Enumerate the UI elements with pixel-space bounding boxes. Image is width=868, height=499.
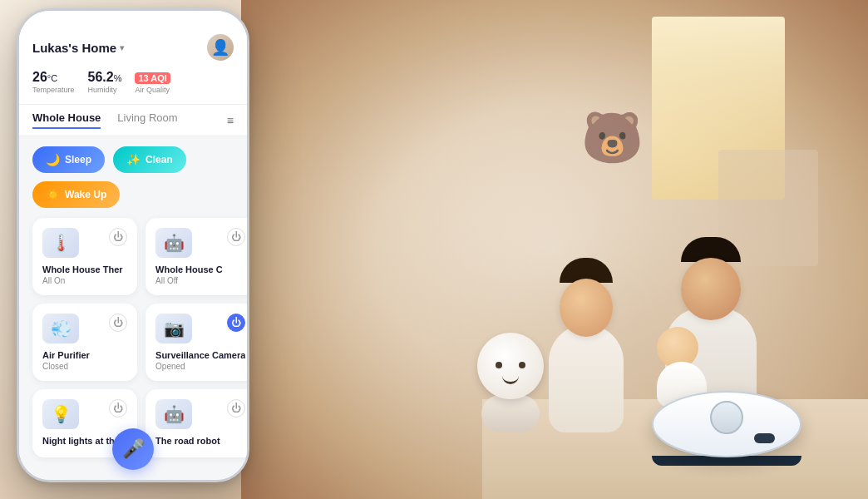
roadrobot-icon: 🤖 [155,399,192,429]
temperature-stat: 26°C Temperature [32,71,75,94]
scene-buttons-container: 🌙 Sleep ✨ Clean ☀️ Wake Up [19,136,247,218]
phone-mockup: Lukas's Home ▾ 👤 26°C Temperature [17,8,266,487]
camera-power-button[interactable]: ⏻ [227,314,245,332]
purifier-icon: 💨 [42,314,79,343]
mic-button-container: 🎤 [112,428,154,470]
humidity-label: Humidity [88,86,122,94]
toy-smile [502,376,519,384]
thermostat-icon: 🌡️ [42,228,79,258]
mic-icon: 🎤 [122,438,145,460]
cleaner-power-button[interactable]: ⏻ [227,228,245,246]
home-title[interactable]: Lukas's Home ▾ [32,41,124,55]
user-avatar[interactable]: 👤 [207,34,234,61]
menu-icon[interactable]: ≡ [227,114,234,127]
dad-head [681,258,741,320]
mom-figure [549,258,624,432]
humidity-stat: 56.2% Humidity [88,71,122,94]
device-card-purifier[interactable]: 💨 ⏻ Air Purifier Closed [32,304,137,381]
family-group [549,141,668,432]
home-title-row: Lukas's Home ▾ 👤 [32,34,234,61]
purifier-power-button[interactable]: ⏻ [109,314,127,332]
phone-frame: Lukas's Home ▾ 👤 26°C Temperature [17,8,249,482]
stats-row: 26°C Temperature 56.2% Humidity [32,71,234,94]
device-card-header-4: 📷 ⏻ [155,314,245,343]
thermostat-status: All On [42,276,127,285]
temperature-label: Temperature [32,86,75,94]
avatar-icon: 👤 [211,38,229,57]
humidity-value: 56.2% [88,71,122,84]
mic-button[interactable]: 🎤 [112,428,154,470]
cleaner-name: Whole House C [155,264,245,274]
nightlights-icon: 💡 [42,399,79,429]
sleep-icon: 🌙 [46,153,60,166]
dropdown-arrow-icon: ▾ [120,43,124,52]
device-card-header-3: 💨 ⏻ [42,314,127,343]
air-quality-stat: 13 AQI Air Quality [135,71,170,94]
device-card-header-6: 🤖 ⏻ [155,399,245,429]
device-card-camera[interactable]: 📷 ⏻ Surveillance Camera Opened [145,304,247,381]
home-name-label: Lukas's Home [32,41,116,55]
clean-scene-button[interactable]: ✨ Clean [113,146,186,173]
robot-vacuum [652,391,801,466]
wake-icon: ☀️ [46,188,60,201]
purifier-status: Closed [42,362,127,371]
roadrobot-name: The road robot [155,436,245,446]
robot-body [652,391,801,457]
toy-eye-right [519,362,525,368]
sleep-scene-button[interactable]: 🌙 Sleep [32,146,105,173]
clean-label: Clean [145,154,173,166]
toy-body [481,395,540,432]
robot-button [710,401,743,434]
nightlights-power-button[interactable]: ⏻ [109,399,127,417]
thermostat-name: Whole House Ther [42,264,127,274]
clean-icon: ✨ [126,153,141,166]
temperature-value: 26°C [32,71,75,84]
tab-living-room[interactable]: Living Room [117,111,177,129]
device-grid: 🌡️ ⏻ Whole House Ther All On 🤖 ⏻ Whole H… [19,218,247,457]
aqi-label: Air Quality [135,86,170,94]
toy-head [477,333,544,399]
toy-figure [469,333,552,432]
phone-content: Lukas's Home ▾ 👤 26°C Temperature [19,11,247,480]
cleaner-icon: 🤖 [155,228,192,258]
purifier-name: Air Purifier [42,350,127,360]
robot-camera [754,433,775,443]
tab-whole-house[interactable]: Whole House [32,111,101,129]
wake-scene-button[interactable]: ☀️ Wake Up [32,181,120,208]
aqi-badge: 13 AQI [135,72,170,84]
roadrobot-power-button[interactable]: ⏻ [227,399,245,417]
device-card-header-5: 💡 ⏻ [42,399,127,429]
camera-name: Surveillance Camera [155,350,245,360]
mom-body [549,324,624,432]
phone-notch [100,11,166,27]
wake-label: Wake Up [65,189,106,200]
device-card-header-1: 🌡️ ⏻ [42,228,127,258]
family-scene: 🐻 [241,0,868,499]
aqi-value: 13 AQI [135,71,170,84]
device-card-thermostat[interactable]: 🌡️ ⏻ Whole House Ther All On [32,218,137,295]
sleep-label: Sleep [65,154,91,166]
device-card-roadrobot[interactable]: 🤖 ⏻ The road robot [145,389,247,457]
cleaner-status: All Off [155,276,245,285]
device-card-cleaner[interactable]: 🤖 ⏻ Whole House C All Off [145,218,247,295]
device-card-header-2: 🤖 ⏻ [155,228,245,258]
mom-head [560,279,613,337]
thermostat-power-button[interactable]: ⏻ [109,228,127,246]
phone-tabs: Whole House Living Room ≡ [19,105,247,136]
camera-icon: 📷 [155,314,192,343]
tabs-list: Whole House Living Room [32,111,178,129]
camera-status: Opened [155,362,245,371]
toy-eye-left [496,362,502,368]
